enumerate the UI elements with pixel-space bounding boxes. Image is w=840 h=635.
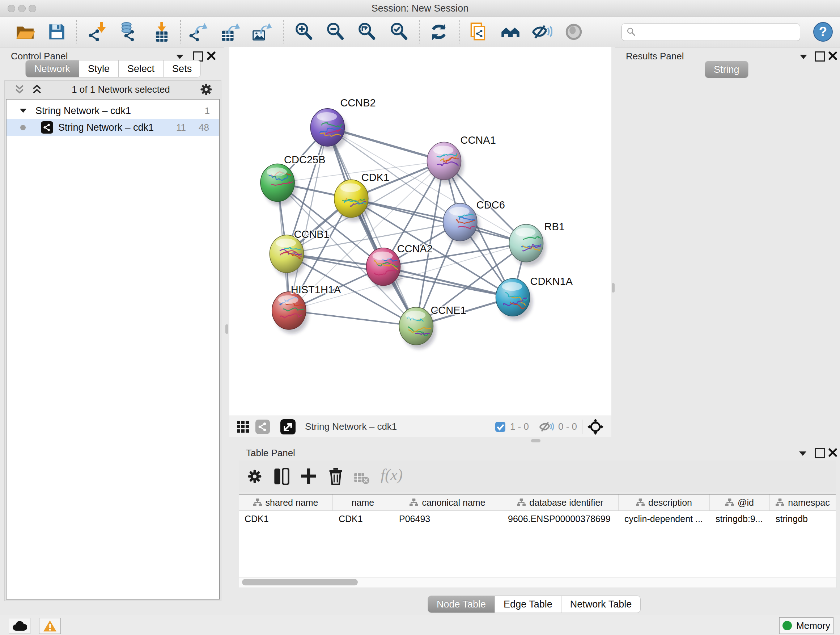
memory-status-dot: [783, 621, 792, 630]
copy-network-button[interactable]: [468, 21, 489, 42]
import-table-button[interactable]: [151, 21, 172, 42]
zoom-out-icon: [325, 22, 345, 42]
export-network-icon: [188, 22, 209, 42]
open-session-button[interactable]: [14, 21, 35, 42]
import-network-database-button[interactable]: [118, 21, 139, 42]
table-cell[interactable]: 9606.ENSP00000378699: [502, 511, 624, 527]
export-image-icon: [252, 22, 272, 42]
table-panel-close-icon[interactable]: [829, 448, 837, 457]
table-cell[interactable]: cyclin-dependent ...: [619, 511, 715, 527]
birdseye-icon[interactable]: [587, 419, 603, 435]
network-list: String Network – cdk1 1 String Network –…: [6, 99, 220, 600]
column-header-shared-name[interactable]: shared name: [239, 494, 333, 511]
network-node-RB1[interactable]: [509, 225, 546, 266]
column-header-canonical-name[interactable]: canonical name: [393, 494, 502, 511]
selected-checkbox-icon[interactable]: [495, 421, 506, 432]
tab-sets[interactable]: Sets: [164, 60, 201, 78]
zoom-in-button[interactable]: [294, 21, 314, 42]
collapse-all-icon[interactable]: [15, 84, 24, 95]
import-network-file-button[interactable]: [88, 21, 109, 42]
right-splitter-handle[interactable]: [612, 283, 615, 293]
node-label: HIST1H1A: [291, 284, 341, 295]
network-node-CDKN1A[interactable]: [496, 279, 534, 320]
delete-column-icon[interactable]: [328, 467, 344, 485]
detach-view-icon[interactable]: [280, 419, 295, 434]
network-graph[interactable]: CCNB2CCNA1CDC25BCDK1CDC6RB1CCNB1CCNA2CDK…: [229, 47, 611, 416]
table-cell[interactable]: stringdb:9...: [710, 511, 775, 527]
table-cell[interactable]: CDK1: [333, 511, 399, 527]
table-scrollbar-thumb[interactable]: [242, 579, 358, 585]
add-column-icon[interactable]: [300, 468, 317, 485]
export-image-button[interactable]: [251, 21, 272, 42]
tab-network[interactable]: Network: [25, 60, 79, 78]
show-all-button[interactable]: [563, 21, 584, 42]
results-panel-menu-icon[interactable]: [799, 54, 807, 59]
network-selection-status: 1 of 1 Network selected: [42, 84, 200, 95]
table-panel-float-icon[interactable]: [815, 448, 825, 458]
control-panel-menu-icon[interactable]: [176, 54, 184, 59]
network-node-CCNB1[interactable]: [270, 235, 312, 277]
search-input[interactable]: [639, 25, 796, 40]
zoom-fit-icon: [357, 22, 377, 42]
results-panel: Results Panel String Expand All Collapse…: [615, 47, 840, 445]
refresh-layout-button[interactable]: [428, 21, 449, 42]
memory-button[interactable]: Memory: [779, 617, 834, 634]
network-row[interactable]: String Network – cdk1 11 48: [6, 119, 219, 136]
tab-edge-table[interactable]: Edge Table: [495, 595, 561, 613]
table-cell[interactable]: stringdb: [770, 511, 840, 527]
search-field[interactable]: [622, 24, 800, 41]
bottom-splitter-handle[interactable]: [531, 439, 540, 442]
show-all-icon: [564, 22, 583, 41]
export-network-button[interactable]: [188, 21, 209, 42]
column-header-id[interactable]: @id: [710, 494, 770, 511]
network-node-CDC25B[interactable]: [261, 164, 297, 206]
results-panel-title: Results Panel: [626, 51, 684, 62]
zoom-fit-button[interactable]: [356, 21, 377, 42]
zoom-selected-button[interactable]: [388, 21, 409, 42]
help-button[interactable]: ?: [813, 21, 834, 42]
show-columns-icon[interactable]: [273, 468, 289, 485]
left-splitter-handle[interactable]: [225, 325, 228, 334]
table-cell[interactable]: P06493: [393, 511, 508, 527]
tab-node-table[interactable]: Node Table: [428, 595, 495, 613]
tab-string[interactable]: String: [705, 61, 748, 78]
export-table-button[interactable]: [220, 21, 241, 42]
control-panel-close-icon[interactable]: [207, 51, 216, 60]
right-splitter[interactable]: [611, 47, 615, 445]
left-splitter[interactable]: [224, 47, 229, 613]
column-header-name[interactable]: name: [333, 494, 393, 511]
tree-expand-icon[interactable]: [19, 108, 27, 113]
grid-view-icon[interactable]: [237, 420, 249, 433]
save-session-button[interactable]: [46, 21, 67, 42]
tab-style[interactable]: Style: [79, 60, 118, 78]
node-label: CCNA2: [397, 243, 433, 255]
share-view-icon[interactable]: [256, 420, 270, 434]
column-header-description[interactable]: description: [619, 494, 710, 511]
table-panel-menu-icon[interactable]: [799, 451, 807, 456]
tab-network-table[interactable]: Network Table: [561, 595, 641, 613]
hide-selected-button[interactable]: [532, 21, 553, 42]
cloud-status-button[interactable]: [9, 618, 30, 634]
network-node-HIST1H1A[interactable]: [272, 292, 309, 333]
warnings-button[interactable]: [39, 618, 61, 634]
selected-counts: 1 - 0: [510, 421, 529, 432]
network-edge-count: 48: [199, 122, 209, 133]
table-horizontal-scrollbar[interactable]: [239, 577, 836, 588]
tab-select[interactable]: Select: [118, 60, 164, 78]
node-table: shared name name canonical name database…: [239, 494, 836, 577]
network-node-CCNB2[interactable]: [310, 109, 347, 150]
zoom-out-button[interactable]: [325, 21, 346, 42]
hidden-eye-icon[interactable]: [539, 421, 554, 432]
network-canvas[interactable]: CCNB2CCNA1CDC25BCDK1CDC6RB1CCNB1CCNA2CDK…: [229, 47, 611, 416]
network-node-CCNA1[interactable]: [427, 142, 470, 184]
column-header-namespace[interactable]: namespac: [770, 494, 836, 511]
table-gear-icon[interactable]: [248, 469, 262, 484]
column-header-database-identifier[interactable]: database identifier: [502, 494, 619, 511]
network-collection-row[interactable]: String Network – cdk1 1: [6, 103, 219, 119]
gear-icon[interactable]: [200, 83, 212, 96]
results-panel-float-icon[interactable]: [815, 51, 825, 62]
first-neighbors-button[interactable]: [500, 21, 521, 42]
expand-all-icon[interactable]: [32, 84, 42, 95]
table-cell[interactable]: CDK1: [239, 511, 338, 527]
results-panel-close-icon[interactable]: [829, 51, 837, 60]
